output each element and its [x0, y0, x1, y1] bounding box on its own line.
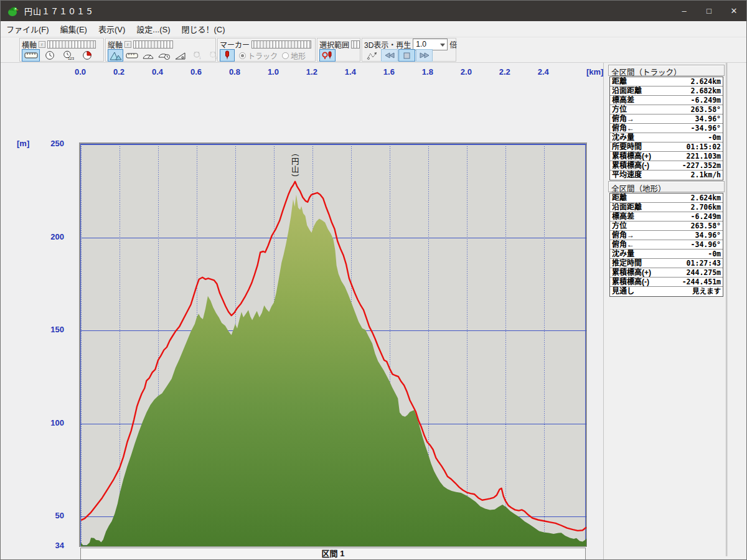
- window-title: 円山１７１０１５: [24, 5, 94, 17]
- stop-button[interactable]: [398, 49, 415, 62]
- y-axis-unit: [m]: [17, 139, 29, 148]
- x-axis-distance-button[interactable]: [22, 49, 40, 62]
- stat-value: -34.96°: [691, 124, 723, 133]
- minimize-button[interactable]: –: [672, 1, 697, 21]
- y-axis-scale-mini-button[interactable]: r: [125, 41, 131, 48]
- stat-label: 俯角→: [610, 231, 634, 240]
- stat-value: 見えます: [692, 287, 723, 296]
- stat-value: 221.103m: [687, 152, 723, 161]
- gauge-clock-icon: [158, 51, 171, 60]
- stat-value: 01:15:02: [687, 142, 723, 151]
- ruler-icon: [126, 52, 138, 59]
- x-axis-tick: 1.8: [417, 67, 438, 77]
- y-axis-plug-a-button[interactable]: 1: [189, 49, 204, 62]
- panel-separator: [726, 63, 728, 556]
- svg-text:1: 1: [199, 56, 201, 60]
- stat-row: 俯角→34.96°: [610, 114, 723, 124]
- stat-label: 俯角←: [610, 240, 634, 249]
- x-axis-tick: 2.2: [494, 67, 515, 77]
- stat-row: 沈み量-0m: [610, 250, 723, 259]
- 3d-path-icon: [367, 51, 378, 60]
- track-summary-header: 全区間（トラック）: [608, 65, 725, 76]
- app-icon: [7, 5, 19, 17]
- maximize-button[interactable]: □: [697, 1, 721, 21]
- toolbar: 横軸 r 123 縦軸 r: [1, 37, 747, 63]
- menu-item-0[interactable]: ファイル(F): [1, 21, 55, 37]
- x-axis-tick: 1.0: [263, 67, 284, 77]
- fast-forward-button[interactable]: [416, 49, 433, 62]
- menu-item-4[interactable]: 閉じる！(C): [176, 21, 230, 37]
- stat-value: 34.96°: [695, 114, 723, 123]
- plug-icon: 2: [208, 51, 218, 60]
- close-button[interactable]: ✕: [721, 1, 746, 21]
- marker-button[interactable]: [220, 49, 235, 62]
- y-axis-elevation-button[interactable]: [108, 49, 123, 62]
- y-axis-distance-button[interactable]: [124, 49, 139, 62]
- stat-row: 見通し見えます: [610, 287, 723, 296]
- radio-label: トラック: [248, 50, 278, 61]
- stat-label: 標高差: [610, 96, 634, 105]
- y-axis-scale-slider[interactable]: [133, 40, 173, 49]
- menu-item-1[interactable]: 編集(E): [55, 21, 93, 37]
- x-axis-time-pie-button[interactable]: [78, 49, 96, 62]
- stat-label: 方位: [610, 105, 627, 114]
- x-axis-tick: 2.0: [456, 67, 477, 77]
- stat-value: -6.249m: [691, 212, 723, 221]
- playback-group-label: 3D表示・再生: [364, 39, 411, 50]
- stat-label: 沿面距離: [610, 203, 642, 212]
- stat-value: -6.249m: [691, 96, 723, 105]
- x-axis-scale-mini-button[interactable]: r: [39, 41, 45, 48]
- menu-item-2[interactable]: 表示(V): [93, 21, 131, 37]
- stat-row: 方位263.58°: [610, 222, 723, 231]
- fast-forward-icon: [420, 52, 430, 58]
- stat-label: 累積標高(-): [610, 278, 649, 286]
- y-axis-tick: 200: [35, 232, 64, 241]
- stat-row: 推定時間01:27:43: [610, 259, 723, 268]
- y-axis-pace-button[interactable]: [156, 49, 172, 62]
- x-axis-time-number-button[interactable]: 123: [59, 49, 77, 62]
- radio-label: 地形: [291, 50, 306, 61]
- marker-pen-icon: [224, 50, 230, 60]
- y-axis-group-label: 縦軸: [108, 39, 123, 50]
- marker-target-terrain-radio[interactable]: 地形: [282, 50, 306, 61]
- 3d-path-button[interactable]: [364, 49, 380, 62]
- stat-label: 沿面距離: [610, 86, 642, 95]
- x-axis-tick: 1.2: [301, 67, 322, 77]
- y-axis-tick: 100: [35, 418, 64, 427]
- toolbar-group-marker: マーカー トラック 地形: [217, 38, 316, 62]
- stat-value: -34.96°: [691, 240, 723, 249]
- x-axis-time-button[interactable]: [40, 49, 59, 62]
- stat-row: 標高差-6.249m: [610, 212, 723, 222]
- menu-item-3[interactable]: 設定...(S): [131, 21, 176, 37]
- rewind-icon: [385, 52, 395, 58]
- stat-label: 俯角←: [610, 124, 634, 133]
- x-axis-tick: 0.0: [70, 67, 91, 77]
- title-bar: 円山１７１０１５ – □ ✕: [1, 1, 747, 21]
- menu-bar: ファイル(F)編集(E)表示(V)設定...(S)閉じる！(C): [1, 21, 747, 37]
- x-axis-scale-slider[interactable]: [47, 40, 96, 49]
- marker-target-track-radio[interactable]: トラック: [239, 50, 278, 61]
- stat-label: 平均速度: [610, 170, 642, 180]
- stat-label: 所要時間: [610, 142, 642, 151]
- track-summary-table: 距離2.624km沿面距離2.682km標高差-6.249m方位263.58°俯…: [609, 77, 723, 180]
- stat-label: 標高差: [610, 212, 634, 221]
- y-axis-speed-button[interactable]: [140, 49, 156, 62]
- stat-label: 距離: [610, 77, 627, 86]
- y-axis-slope-button[interactable]: [172, 49, 188, 62]
- marker-slider[interactable]: [251, 40, 311, 49]
- elevation-plot[interactable]: [80, 144, 586, 546]
- rewind-button[interactable]: [381, 49, 398, 62]
- stat-value: -0m: [708, 250, 723, 258]
- x-axis-unit: [km]: [586, 67, 603, 77]
- stat-row: 俯角←-34.96°: [610, 124, 723, 133]
- stat-row: 方位263.58°: [610, 105, 723, 114]
- stat-row: 距離2.624km: [610, 194, 723, 203]
- y-axis-tick: 250: [35, 139, 64, 148]
- selection-range-button[interactable]: [319, 49, 336, 62]
- x-axis-group-label: 横軸: [22, 39, 37, 50]
- stat-row: 累積標高(+)244.275m: [610, 268, 723, 278]
- stat-label: 方位: [610, 222, 627, 230]
- x-axis-tick: 0.2: [108, 67, 129, 77]
- selection-slider[interactable]: [351, 40, 360, 49]
- toolbar-group-x-axis: 横軸 r 123: [19, 38, 104, 62]
